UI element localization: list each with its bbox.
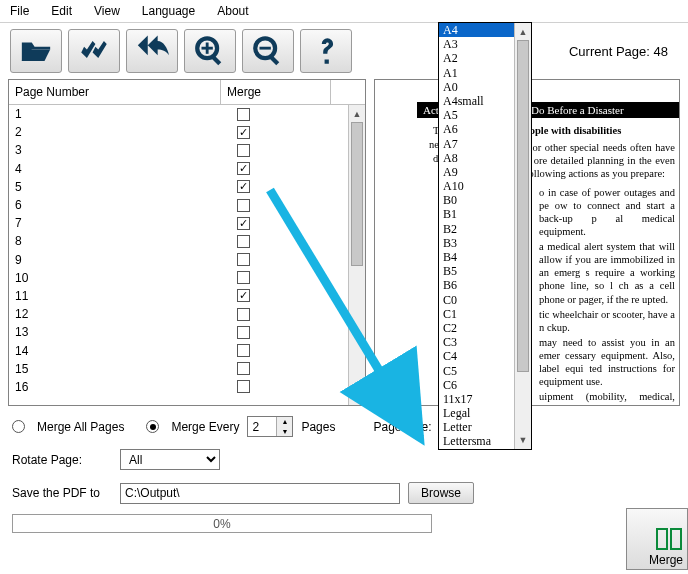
dropdown-item[interactable]: A7: [439, 137, 514, 151]
chevron-down-icon[interactable]: ▼: [515, 432, 531, 449]
table-row[interactable]: 15: [9, 360, 348, 378]
page-size-dropdown-popup[interactable]: A4A3A2A1A0A4smallA5A6A7A8A9A10B0B1B2B3B4…: [438, 22, 532, 450]
undo-icon: [135, 34, 169, 68]
save-path-input[interactable]: [120, 483, 400, 504]
dropdown-item[interactable]: A10: [439, 179, 514, 193]
table-row[interactable]: 13: [9, 323, 348, 341]
chevron-up-icon[interactable]: ▲: [349, 105, 365, 122]
chevron-up-icon[interactable]: ▲: [515, 23, 531, 40]
table-row[interactable]: 5✓: [9, 178, 348, 196]
doc-paragraph: s or other special needs often have u or…: [525, 141, 675, 180]
dropdown-item[interactable]: C1: [439, 307, 514, 321]
table-row[interactable]: 10: [9, 269, 348, 287]
merge-checkbox[interactable]: [237, 271, 250, 284]
dropdown-item[interactable]: A8: [439, 151, 514, 165]
dropdown-item[interactable]: A6: [439, 122, 514, 136]
menu-about[interactable]: About: [217, 4, 248, 18]
merge-every-stepper[interactable]: ▲▼: [247, 416, 293, 437]
dropdown-item[interactable]: A3: [439, 37, 514, 51]
merge-checkbox[interactable]: ✓: [237, 162, 250, 175]
rotate-select[interactable]: All: [120, 449, 220, 470]
merge-checkbox[interactable]: [237, 253, 250, 266]
table-row[interactable]: 3: [9, 141, 348, 159]
merge-checkbox[interactable]: [237, 235, 250, 248]
merge-every-radio[interactable]: [146, 420, 159, 433]
merge-checkbox[interactable]: [237, 199, 250, 212]
table-row[interactable]: 7✓: [9, 214, 348, 232]
dropdown-item[interactable]: A0: [439, 80, 514, 94]
table-row[interactable]: 2✓: [9, 123, 348, 141]
dropdown-item[interactable]: B5: [439, 264, 514, 278]
dropdown-item[interactable]: B4: [439, 250, 514, 264]
merge-checkbox[interactable]: [237, 308, 250, 321]
table-row[interactable]: 14: [9, 341, 348, 359]
merge-checkbox[interactable]: ✓: [237, 217, 250, 230]
dropdown-item[interactable]: Legal: [439, 406, 514, 420]
dropdown-item[interactable]: Lettersma: [439, 434, 514, 448]
merge-button[interactable]: Merge: [626, 508, 688, 570]
table-row[interactable]: 11✓: [9, 287, 348, 305]
merge-checkbox[interactable]: [237, 144, 250, 157]
chevron-up-icon[interactable]: ▲: [277, 417, 292, 427]
menu-file[interactable]: File: [10, 4, 29, 18]
merge-checkbox[interactable]: [237, 344, 250, 357]
scroll-thumb[interactable]: [517, 40, 529, 372]
merge-checkbox[interactable]: [237, 380, 250, 393]
merge-checkbox[interactable]: [237, 108, 250, 121]
dropdown-item[interactable]: Letter: [439, 420, 514, 434]
table-row[interactable]: 12: [9, 305, 348, 323]
merge-checkbox[interactable]: ✓: [237, 126, 250, 139]
dropdown-item[interactable]: A2: [439, 51, 514, 65]
grid-scrollbar[interactable]: ▲ ▼: [348, 105, 365, 405]
dropdown-item[interactable]: C6: [439, 378, 514, 392]
dropdown-item[interactable]: A5: [439, 108, 514, 122]
table-row[interactable]: 16: [9, 378, 348, 396]
dropdown-item[interactable]: A4small: [439, 94, 514, 108]
dropdown-item[interactable]: C5: [439, 364, 514, 378]
help-button[interactable]: [300, 29, 352, 73]
menu-view[interactable]: View: [94, 4, 120, 18]
dropdown-item[interactable]: C3: [439, 335, 514, 349]
dropdown-scrollbar[interactable]: ▲ ▼: [514, 23, 531, 449]
column-header-merge[interactable]: Merge: [221, 80, 331, 104]
dropdown-item[interactable]: C4: [439, 349, 514, 363]
merge-all-radio[interactable]: [12, 420, 25, 433]
merge-checkbox[interactable]: [237, 362, 250, 375]
merge-every-value[interactable]: [248, 417, 276, 436]
merge-checkbox[interactable]: [237, 326, 250, 339]
table-row[interactable]: 4✓: [9, 160, 348, 178]
scroll-thumb[interactable]: [351, 122, 363, 266]
chevron-down-icon[interactable]: ▼: [277, 427, 292, 437]
page-number-cell: 11: [9, 289, 221, 303]
zoom-out-button[interactable]: [242, 29, 294, 73]
dropdown-item[interactable]: B0: [439, 193, 514, 207]
table-row[interactable]: 8: [9, 232, 348, 250]
dropdown-item[interactable]: B1: [439, 207, 514, 221]
apply-button[interactable]: [68, 29, 120, 73]
grid-header: Page Number Merge: [9, 80, 365, 105]
dropdown-item[interactable]: C2: [439, 321, 514, 335]
merge-checkbox[interactable]: ✓: [237, 180, 250, 193]
open-button[interactable]: [10, 29, 62, 73]
pages-label: Pages: [301, 420, 335, 434]
page-list-panel: Page Number Merge 12✓34✓5✓67✓891011✓1213…: [8, 79, 366, 406]
merge-checkbox[interactable]: ✓: [237, 289, 250, 302]
dropdown-item[interactable]: B6: [439, 278, 514, 292]
undo-button[interactable]: [126, 29, 178, 73]
dropdown-item[interactable]: C0: [439, 293, 514, 307]
dropdown-item[interactable]: A1: [439, 66, 514, 80]
menu-edit[interactable]: Edit: [51, 4, 72, 18]
dropdown-item[interactable]: B3: [439, 236, 514, 250]
dropdown-item[interactable]: B2: [439, 222, 514, 236]
table-row[interactable]: 9: [9, 251, 348, 269]
table-row[interactable]: 1: [9, 105, 348, 123]
menu-language[interactable]: Language: [142, 4, 195, 18]
dropdown-item[interactable]: A9: [439, 165, 514, 179]
chevron-down-icon[interactable]: ▼: [349, 388, 365, 405]
browse-button[interactable]: Browse: [408, 482, 474, 504]
dropdown-item[interactable]: 11x17: [439, 392, 514, 406]
column-header-page[interactable]: Page Number: [9, 80, 221, 104]
zoom-in-button[interactable]: [184, 29, 236, 73]
dropdown-item[interactable]: A4: [439, 23, 514, 37]
table-row[interactable]: 6: [9, 196, 348, 214]
